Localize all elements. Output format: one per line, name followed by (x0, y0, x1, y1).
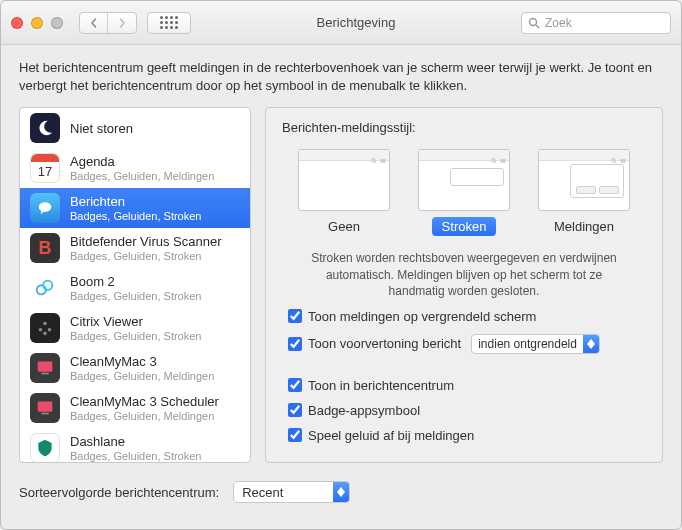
svg-line-14 (375, 162, 377, 164)
app-sub: Badges, Geluiden, Stroken (70, 290, 201, 303)
settings-panel: Berichten-meldingsstijl: Geen Stroke (265, 107, 663, 463)
checkbox-badge[interactable] (288, 403, 302, 417)
svg-point-3 (37, 286, 46, 295)
app-name: Berichten (70, 194, 201, 210)
app-name: CleanMyMac 3 (70, 354, 214, 370)
check-badge[interactable]: Badge-appsymbool (288, 403, 646, 418)
svg-rect-10 (41, 373, 48, 375)
forward-button[interactable] (108, 13, 136, 33)
intro-text: Het berichtencentrum geeft meldingen in … (19, 59, 659, 95)
preview-select-value: indien ontgrendeld (472, 337, 583, 351)
style-preview-none (298, 149, 390, 211)
show-all-button[interactable] (147, 12, 191, 34)
sidebar-item-cleanmymac-scheduler[interactable]: CleanMyMac 3 Scheduler Badges, Geluiden,… (20, 388, 250, 428)
cleanmymac-icon (30, 353, 60, 383)
nav-back-forward[interactable] (79, 12, 137, 34)
chevron-updown-icon (583, 335, 599, 353)
app-name: Niet storen (70, 121, 133, 137)
checkbox-preview[interactable] (288, 337, 302, 351)
app-sub: Badges, Geluiden, Stroken (70, 330, 201, 343)
cleanmymac-scheduler-icon (30, 393, 60, 423)
dashlane-icon (30, 433, 60, 462)
check-preview[interactable]: Toon voorvertoning bericht indien ontgre… (288, 334, 646, 354)
citrix-icon (30, 313, 60, 343)
app-name: Citrix Viewer (70, 314, 201, 330)
svg-rect-11 (38, 402, 53, 412)
sort-row: Sorteervolgorde berichtencentrum: Recent (19, 475, 663, 503)
app-list-container: Niet storen 17 Agenda Badges, Geluiden, … (19, 107, 251, 463)
alert-style-options: Geen Stroken Melding (282, 149, 646, 236)
sidebar-item-cleanmymac[interactable]: CleanMyMac 3 Badges, Geluiden, Meldingen (20, 348, 250, 388)
app-name: CleanMyMac 3 Scheduler (70, 394, 219, 410)
svg-point-8 (43, 332, 47, 336)
preview-select[interactable]: indien ontgrendeld (471, 334, 600, 354)
label-lockscreen: Toon meldingen op vergrendeld scherm (308, 309, 536, 324)
search-input[interactable] (545, 16, 664, 30)
app-list[interactable]: Niet storen 17 Agenda Badges, Geluiden, … (20, 108, 250, 462)
label-badge: Badge-appsymbool (308, 403, 420, 418)
check-sound[interactable]: Speel geluid af bij meldingen (288, 428, 646, 443)
boom-icon (30, 273, 60, 303)
alert-style-alerts[interactable]: Meldingen (538, 149, 630, 236)
sidebar-item-agenda[interactable]: 17 Agenda Badges, Geluiden, Meldingen (20, 148, 250, 188)
calendar-icon: 17 (30, 153, 60, 183)
sidebar-item-dashlane[interactable]: Dashlane Badges, Geluiden, Stroken (20, 428, 250, 462)
search-field[interactable] (521, 12, 671, 34)
sidebar-item-boom[interactable]: Boom 2 Badges, Geluiden, Stroken (20, 268, 250, 308)
grid-icon (160, 16, 178, 29)
svg-point-6 (39, 328, 43, 332)
app-sub: Badges, Geluiden, Stroken (70, 450, 201, 463)
close-window-button[interactable] (11, 17, 23, 29)
bitdefender-icon: B (30, 233, 60, 263)
check-lockscreen[interactable]: Toon meldingen op vergrendeld scherm (288, 309, 646, 324)
titlebar: Berichtgeving (1, 1, 681, 45)
app-name: Agenda (70, 154, 214, 170)
notifications-pref-window: Berichtgeving Het berichtencentrum geeft… (0, 0, 682, 530)
check-notif-center[interactable]: Toon in berichtencentrum (288, 378, 646, 393)
app-name: Bitdefender Virus Scanner (70, 234, 222, 250)
sort-select[interactable]: Recent (233, 481, 350, 503)
sort-select-value: Recent (234, 485, 333, 500)
window-controls (11, 17, 63, 29)
style-description: Stroken worden rechtsboven weergegeven e… (282, 250, 646, 299)
label-preview: Toon voorvertoning bericht (308, 336, 461, 351)
svg-line-19 (495, 162, 497, 164)
checkbox-lockscreen[interactable] (288, 309, 302, 323)
svg-point-5 (43, 322, 47, 326)
alert-style-banners[interactable]: Stroken (418, 149, 510, 236)
style-preview-banners (418, 149, 510, 211)
minimize-window-button[interactable] (31, 17, 43, 29)
app-sub: Badges, Geluiden, Meldingen (70, 170, 214, 183)
label-notif-center: Toon in berichtencentrum (308, 378, 454, 393)
back-button[interactable] (80, 13, 108, 33)
caption-alerts: Meldingen (544, 217, 624, 236)
sidebar-item-bitdefender[interactable]: B Bitdefender Virus Scanner Badges, Gelu… (20, 228, 250, 268)
svg-rect-12 (41, 413, 48, 415)
zoom-window-button (51, 17, 63, 29)
svg-point-2 (39, 203, 52, 213)
svg-line-1 (536, 25, 539, 28)
sidebar-item-citrix[interactable]: Citrix Viewer Badges, Geluiden, Stroken (20, 308, 250, 348)
app-name: Boom 2 (70, 274, 201, 290)
caption-banners: Stroken (432, 217, 497, 236)
app-name: Dashlane (70, 434, 201, 450)
label-sound: Speel geluid af bij meldingen (308, 428, 474, 443)
app-sub: Badges, Geluiden, Meldingen (70, 410, 219, 423)
content-area: Het berichtencentrum geeft meldingen in … (1, 45, 681, 529)
style-preview-alerts (538, 149, 630, 211)
app-sub: Badges, Geluiden, Stroken (70, 210, 201, 223)
sidebar-item-dnd[interactable]: Niet storen (20, 108, 250, 148)
sort-label: Sorteervolgorde berichtencentrum: (19, 485, 219, 500)
svg-rect-9 (38, 362, 53, 372)
search-icon (528, 17, 540, 29)
chevron-updown-icon (333, 482, 349, 502)
checkbox-sound[interactable] (288, 428, 302, 442)
sidebar-item-berichten[interactable]: Berichten Badges, Geluiden, Stroken (20, 188, 250, 228)
messages-icon (30, 193, 60, 223)
window-title: Berichtgeving (201, 15, 511, 30)
svg-point-4 (43, 281, 52, 290)
alert-style-none[interactable]: Geen (298, 149, 390, 236)
caption-none: Geen (318, 217, 370, 236)
checkbox-notif-center[interactable] (288, 378, 302, 392)
svg-point-7 (48, 328, 52, 332)
